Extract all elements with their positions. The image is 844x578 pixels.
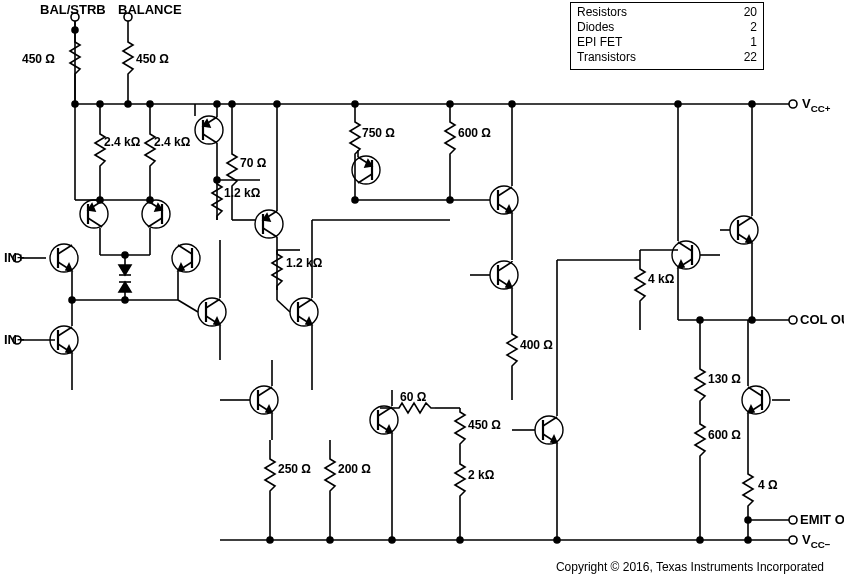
copyright-text: Copyright © 2016, Texas Instruments Inco… xyxy=(556,560,824,574)
legend-label-diodes: Diodes xyxy=(577,20,614,35)
label-vccplus: VCC+ xyxy=(802,96,830,114)
label-in-plus: IN+ xyxy=(4,250,25,265)
label-balance: BALANCE xyxy=(118,2,182,17)
r-600-bot: 600 Ω xyxy=(708,428,741,442)
r-70: 70 Ω xyxy=(240,156,266,170)
svg-line-65 xyxy=(277,300,290,312)
legend-row-diodes: Diodes 2 xyxy=(577,20,757,35)
r-2p4k-b: 2.4 kΩ xyxy=(154,136,182,149)
r-balance: 450 Ω xyxy=(136,52,169,66)
r-750: 750 Ω xyxy=(362,126,395,140)
r-1p2k-a: 1.2 kΩ xyxy=(224,186,260,200)
r-2p4k-a: 2.4 kΩ xyxy=(104,136,132,149)
label-bal-strb: BAL/STRB xyxy=(40,2,106,17)
label-vccminus: VCC− xyxy=(802,532,830,550)
legend-count-transistors: 22 xyxy=(744,50,757,65)
schematic-svg xyxy=(0,0,844,578)
legend-count-resistors: 20 xyxy=(744,5,757,20)
r-4k: 4 kΩ xyxy=(648,272,674,286)
legend-box: Resistors 20 Diodes 2 EPI FET 1 Transist… xyxy=(570,2,764,70)
svg-line-61 xyxy=(178,300,198,312)
r-400: 400 Ω xyxy=(520,338,553,352)
r-1p2k-b: 1.2 kΩ xyxy=(286,256,322,270)
r-450-mid: 450 Ω xyxy=(468,418,501,432)
label-emit-out: EMIT OUT xyxy=(800,512,844,527)
legend-count-epifet: 1 xyxy=(750,35,757,50)
r-200: 200 Ω xyxy=(338,462,371,476)
r-600-top: 600 Ω xyxy=(458,126,491,140)
label-col-out: COL OUT xyxy=(800,312,844,327)
r-balstrb: 450 Ω xyxy=(22,52,55,66)
schematic-stage: BAL/STRB BALANCE IN+ IN− VCC+ VCC− COL O… xyxy=(0,0,844,578)
legend-label-transistors: Transistors xyxy=(577,50,636,65)
r-4: 4 Ω xyxy=(758,478,778,492)
r-60: 60 Ω xyxy=(400,390,426,404)
legend-label-epifet: EPI FET xyxy=(577,35,622,50)
legend-row-resistors: Resistors 20 xyxy=(577,5,757,20)
label-in-minus: IN− xyxy=(4,332,25,347)
r-2k: 2 kΩ xyxy=(468,468,494,482)
legend-row-transistors: Transistors 22 xyxy=(577,50,757,65)
legend-label-resistors: Resistors xyxy=(577,5,627,20)
legend-count-diodes: 2 xyxy=(750,20,757,35)
r-250: 250 Ω xyxy=(278,462,311,476)
r-130: 130 Ω xyxy=(708,372,741,386)
legend-row-epifet: EPI FET 1 xyxy=(577,35,757,50)
